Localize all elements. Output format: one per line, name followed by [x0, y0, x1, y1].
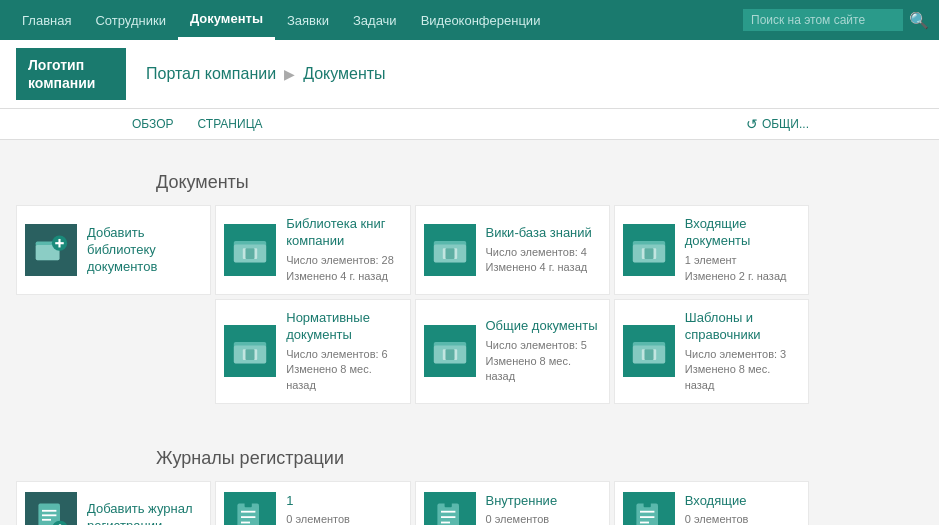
svg-rect-8 — [246, 248, 255, 259]
svg-rect-40 — [245, 502, 252, 507]
tile-wiki[interactable]: Вики-база знаний Число элементов: 4 Изме… — [415, 205, 610, 295]
breadcrumb: Портал компании ▶ Документы — [146, 65, 386, 83]
tile-empty — [16, 299, 211, 404]
documents-tiles-grid: Добавить библиотеку документов Библиотек… — [16, 205, 809, 404]
search-button[interactable]: 🔍 — [909, 11, 929, 30]
nav-tasks[interactable]: Задачи — [341, 0, 409, 40]
tile-templates-text: Шаблоны и справочники Число элементов: 3… — [685, 310, 800, 393]
tile-book-library-text: Библиотека книг компании Число элементов… — [286, 216, 401, 284]
svg-rect-50 — [643, 502, 650, 507]
svg-rect-24 — [445, 350, 454, 361]
add-library-icon — [25, 224, 77, 276]
tile-incoming-docs-text: Входящие документы 1 элемент Изменено 2 … — [685, 216, 800, 284]
tile-journal-1-text: 1 0 элементов Изменено 2 г. назад — [286, 493, 388, 525]
folder-icon-6 — [623, 325, 675, 377]
svg-rect-16 — [644, 248, 653, 259]
tile-incoming-text: Входящие 0 элементов Изменено 4 г. назад — [685, 493, 787, 525]
tile-add-library-text: Добавить библиотеку документов — [87, 225, 202, 276]
documents-section-title: Документы — [156, 172, 809, 193]
tile-internal-text: Внутренние 0 элементов Изменено 4 г. наз… — [486, 493, 588, 525]
add-journal-icon — [25, 492, 77, 525]
tile-incoming[interactable]: Входящие 0 элементов Изменено 4 г. назад — [614, 481, 809, 525]
tile-templates[interactable]: Шаблоны и справочники Число элементов: 3… — [614, 299, 809, 404]
tile-wiki-text: Вики-база знаний Число элементов: 4 Изме… — [486, 225, 592, 276]
tile-book-library[interactable]: Библиотека книг компании Число элементов… — [215, 205, 410, 295]
search-input[interactable] — [743, 9, 903, 31]
main-content: Документы Добавить библиотеку документов — [0, 140, 939, 525]
tile-normative-text: Нормативные документы Число элементов: 6… — [286, 310, 401, 393]
svg-rect-45 — [444, 502, 451, 507]
sub-navigation: ОБЗОР СТРАНИЦА ↺ ОБЩИ... — [0, 109, 939, 140]
tile-add-journal[interactable]: Добавить журнал регистрации — [16, 481, 211, 525]
clipboard-icon-2 — [424, 492, 476, 525]
clipboard-icon-1 — [224, 492, 276, 525]
svg-rect-20 — [246, 350, 255, 361]
section-separator — [16, 412, 809, 432]
folder-icon-4 — [224, 325, 276, 377]
page-header: Логотип компании Портал компании ▶ Докум… — [0, 40, 939, 109]
nav-requests[interactable]: Заявки — [275, 0, 341, 40]
svg-rect-12 — [445, 248, 454, 259]
folder-icon-2 — [424, 224, 476, 276]
tile-general-docs[interactable]: Общие документы Число элементов: 5 Измен… — [415, 299, 610, 404]
journals-section-title: Журналы регистрации — [156, 448, 809, 469]
tile-add-library[interactable]: Добавить библиотеку документов — [16, 205, 211, 295]
tile-general-docs-text: Общие документы Число элементов: 5 Измен… — [486, 318, 601, 384]
clipboard-icon-3 — [623, 492, 675, 525]
svg-rect-28 — [644, 350, 653, 361]
journals-tiles-grid: Добавить журнал регистрации 1 0 элементо… — [16, 481, 809, 525]
tile-incoming-docs[interactable]: Входящие документы 1 элемент Изменено 2 … — [614, 205, 809, 295]
tile-add-journal-text: Добавить журнал регистрации — [87, 501, 202, 525]
breadcrumb-current: Документы — [303, 65, 385, 83]
folder-icon-1 — [224, 224, 276, 276]
tile-journal-1[interactable]: 1 0 элементов Изменено 2 г. назад — [215, 481, 410, 525]
tile-normative[interactable]: Нормативные документы Число элементов: 6… — [215, 299, 410, 404]
logo: Логотип компании — [16, 48, 126, 100]
tile-internal[interactable]: Внутренние 0 элементов Изменено 4 г. наз… — [415, 481, 610, 525]
subnav-right: ↺ ОБЩИ... — [746, 116, 809, 132]
breadcrumb-portal[interactable]: Портал компании — [146, 65, 276, 83]
subnav-overview[interactable]: ОБЗОР — [130, 113, 176, 135]
nav-documents[interactable]: Документы — [178, 0, 275, 40]
nav-videoconf[interactable]: Видеоконференции — [409, 0, 553, 40]
nav-employees[interactable]: Сотрудники — [83, 0, 177, 40]
breadcrumb-separator: ▶ — [284, 66, 295, 82]
top-navigation: Главная Сотрудники Документы Заявки Зада… — [0, 0, 939, 40]
subnav-page[interactable]: СТРАНИЦА — [196, 113, 265, 135]
nav-home[interactable]: Главная — [10, 0, 83, 40]
search-area: 🔍 — [743, 9, 929, 31]
folder-icon-3 — [623, 224, 675, 276]
folder-icon-5 — [424, 325, 476, 377]
